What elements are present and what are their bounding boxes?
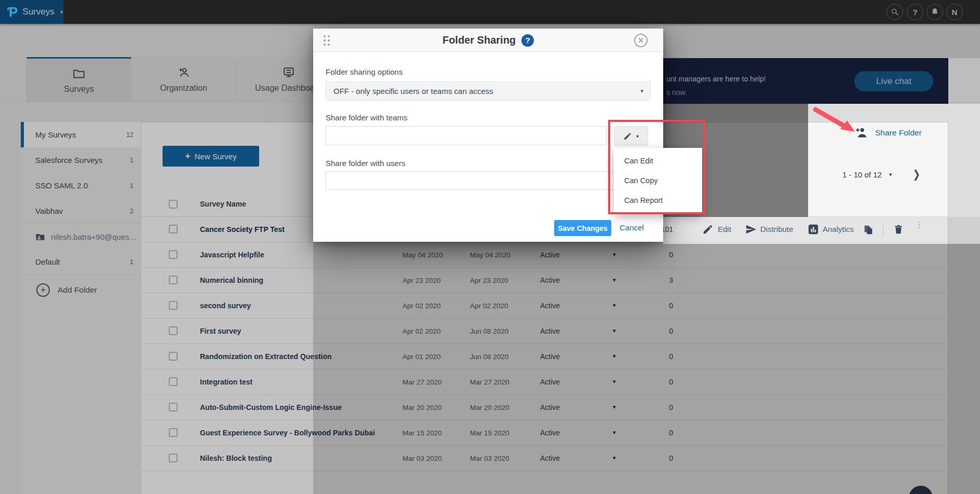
- status-dropdown-icon[interactable]: ▾: [613, 429, 616, 436]
- sidebar-item-vaibhav[interactable]: Vaibhav2: [21, 198, 141, 224]
- status-dropdown-icon[interactable]: ▾: [613, 302, 616, 309]
- folder-count: 12: [126, 131, 133, 139]
- logo-icon: Ƥ: [7, 5, 18, 19]
- row-checkbox[interactable]: [169, 326, 178, 335]
- next-page-button[interactable]: ❯: [913, 168, 920, 181]
- survey-name[interactable]: Integration test: [200, 378, 252, 386]
- survey-name[interactable]: Nilesh: Block testing: [200, 454, 272, 462]
- survey-name[interactable]: First survey: [200, 327, 241, 335]
- delete-icon[interactable]: [893, 224, 904, 235]
- table-row: Randomization on Extracted Question Apr …: [141, 344, 948, 369]
- analytics-button[interactable]: Analytics: [823, 225, 854, 234]
- row-checkbox[interactable]: [169, 250, 178, 259]
- shared-folder-icon: [35, 232, 45, 242]
- share-users-input[interactable]: [326, 171, 651, 190]
- usage-dashboard-icon: [282, 66, 296, 79]
- menu-item-can-copy[interactable]: Can Copy: [614, 171, 702, 190]
- status-dropdown-icon[interactable]: ▾: [613, 404, 616, 410]
- distribute-button[interactable]: Distribute: [760, 225, 793, 234]
- created-date: Mar 03 2020: [402, 455, 442, 462]
- edit-icon[interactable]: [702, 224, 714, 235]
- sidebar-item-sso-saml-2-0[interactable]: SSO SAML 2.01: [21, 173, 141, 198]
- copy-icon[interactable]: [863, 224, 874, 235]
- survey-name[interactable]: Numerical binning: [200, 276, 263, 284]
- save-changes-button[interactable]: Save Changes: [554, 220, 611, 236]
- created-date: Mar 20 2020: [402, 404, 442, 411]
- responses-count: 0: [632, 327, 673, 335]
- sharing-options-select[interactable]: OFF - only specific users or teams can a…: [326, 81, 651, 101]
- sidebar-item-salesforce-surveys[interactable]: Salesforce Surveys1: [21, 147, 141, 173]
- close-icon[interactable]: ✕: [634, 34, 648, 47]
- more-icon[interactable]: ⋮: [915, 223, 918, 227]
- responses-count: 0: [632, 454, 673, 462]
- live-chat-button[interactable]: Live chat: [854, 71, 933, 91]
- help-badge-icon[interactable]: ?: [521, 34, 534, 47]
- menu-item-can-edit[interactable]: Can Edit: [614, 151, 702, 171]
- cancel-button[interactable]: Cancel: [620, 223, 644, 232]
- add-folder-button[interactable]: + Add Folder: [21, 275, 141, 305]
- analytics-icon[interactable]: [808, 224, 819, 235]
- product-switcher[interactable]: ? Ƥ Surveys ▾: [0, 0, 63, 24]
- survey-name[interactable]: Guest Experience Survey - Bollywood Park…: [200, 429, 375, 437]
- distribute-icon[interactable]: [745, 224, 757, 235]
- sidebar-item-my-surveys[interactable]: My Surveys12: [21, 122, 141, 147]
- status-value: Active: [540, 301, 560, 310]
- row-checkbox[interactable]: [169, 403, 178, 411]
- sidebar-item-label: My Surveys: [35, 130, 76, 139]
- survey-name[interactable]: second survey: [200, 301, 251, 310]
- row-checkbox[interactable]: [169, 276, 178, 284]
- divider: [883, 222, 883, 237]
- row-checkbox[interactable]: [169, 301, 178, 310]
- organization-icon: [177, 66, 191, 79]
- status-dropdown-icon[interactable]: ▾: [613, 455, 616, 461]
- menu-item-can-report[interactable]: Can Report: [614, 190, 702, 210]
- row-checkbox[interactable]: [169, 428, 178, 437]
- row-checkbox[interactable]: [169, 352, 178, 361]
- share-folder-button[interactable]: Share Folder: [854, 126, 922, 140]
- notifications-icon[interactable]: [927, 4, 943, 20]
- select-all-checkbox[interactable]: [169, 200, 178, 209]
- plus-icon: +: [185, 151, 191, 161]
- share-teams-input[interactable]: [326, 126, 607, 145]
- sidebar-item-default[interactable]: Default1: [21, 249, 141, 275]
- edit-button[interactable]: Edit: [718, 225, 731, 234]
- permission-dropdown-button[interactable]: ▾: [614, 126, 648, 146]
- status-dropdown-icon[interactable]: ▾: [613, 378, 616, 385]
- search-icon[interactable]: [887, 4, 903, 20]
- responses-count: 0: [632, 301, 673, 310]
- created-date: Mar 15 2020: [402, 429, 442, 437]
- created-date: Apr 01 2020: [402, 353, 441, 361]
- folder-icon: [72, 67, 86, 80]
- sidebar-item-label: Default: [35, 257, 60, 266]
- folder-count: 1: [130, 182, 133, 189]
- survey-name[interactable]: Randomization on Extracted Question: [200, 352, 332, 361]
- status-dropdown-icon[interactable]: ▾: [613, 277, 616, 283]
- banner-text: s now: [666, 88, 686, 97]
- tab-organization[interactable]: Organization: [131, 57, 236, 102]
- pagination-control[interactable]: 1 - 10 of 12 ▾: [842, 170, 892, 179]
- table-row: Integration test Mar 27 2020 Mar 27 2020…: [141, 369, 948, 395]
- survey-name[interactable]: Cancer Society FTP Test: [200, 225, 285, 234]
- tab-surveys[interactable]: Surveys: [26, 57, 131, 102]
- status-dropdown-icon[interactable]: ▾: [613, 353, 616, 360]
- row-checkbox[interactable]: [169, 377, 178, 386]
- sidebar-item-nilesh-batra-90-ques-[interactable]: nilesh.batra+90@ques…: [21, 224, 141, 249]
- avatar[interactable]: N: [946, 4, 963, 20]
- help-icon[interactable]: ?: [907, 4, 923, 20]
- responses-count: 3: [632, 276, 673, 284]
- tab-label: Surveys: [64, 85, 94, 94]
- modified-date: Mar 27 2020: [470, 378, 509, 386]
- survey-name[interactable]: Javascript Helpfile: [200, 251, 264, 259]
- sidebar-item-label: Vaibhav: [35, 207, 63, 215]
- row-checkbox[interactable]: [169, 454, 178, 462]
- status-dropdown-icon[interactable]: ▾: [613, 327, 616, 334]
- modal-title: Folder Sharing: [442, 34, 516, 46]
- survey-name[interactable]: Auto-Submit-Custom Logic Engine-Issue: [200, 403, 342, 411]
- row-checkbox[interactable]: [169, 225, 178, 234]
- folder-count: 1: [130, 157, 133, 164]
- responses-count: 0: [632, 403, 673, 411]
- new-survey-button[interactable]: + New Survey: [163, 146, 259, 167]
- status-dropdown-icon[interactable]: ▾: [613, 251, 616, 258]
- permission-menu: Can EditCan CopyCan Report: [614, 148, 702, 214]
- tab-label: Organization: [160, 84, 207, 93]
